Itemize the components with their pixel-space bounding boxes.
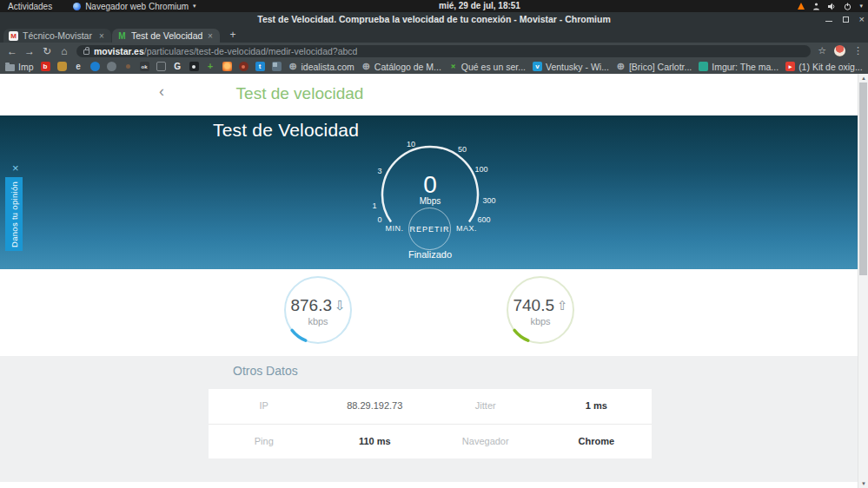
url-path: /particulares/test-de-velocidad/medir-ve… <box>144 46 358 56</box>
speedtest-hero: Test de Velocidad 0 1 3 10 50 100 300 60… <box>0 115 858 269</box>
b-favicon-icon: b <box>41 62 50 71</box>
bookmark-label: Imp <box>18 62 34 72</box>
activities-button[interactable]: Actividades <box>8 2 52 11</box>
folder-icon <box>5 64 15 71</box>
t-favicon-icon: t <box>255 62 265 71</box>
close-window-button[interactable]: × <box>859 12 865 27</box>
g-favicon-icon: G <box>173 62 182 71</box>
ping-label: Ping <box>209 425 320 458</box>
pinwheel-favicon-icon: + <box>206 62 215 71</box>
feedback-tab[interactable]: Danos tu opinión <box>5 177 23 251</box>
bookmark-folder-imp[interactable]: Imp <box>5 62 34 72</box>
bookmark-ventusky[interactable]: vVentusky - Wi... <box>533 62 609 72</box>
scroll-down-icon[interactable]: ▼ <box>858 479 868 488</box>
vlc-icon[interactable] <box>798 3 805 10</box>
url-text[interactable]: movistar.es/particulares/test-de-velocid… <box>94 46 358 56</box>
window-title: Test de Velocidad. Comprueba la velocida… <box>0 12 868 27</box>
bookmark-star-icon[interactable]: ☆ <box>818 45 826 56</box>
gauge-unit: Mbps <box>420 196 441 206</box>
tab-test-de-velocidad[interactable]: M Test de Velocidad. Compr × <box>112 29 220 43</box>
bookmark-favicon-b[interactable]: b <box>41 62 50 71</box>
back-icon[interactable]: ← <box>3 45 21 57</box>
bookmarks-bar: Imp b e ok G + t ⊕idealista.com ⊕Catálog… <box>0 59 868 74</box>
upload-result: 740.5⇧ kbps <box>501 271 580 349</box>
page-content: ‹ Test de velocidad Test de Velocidad 0 … <box>0 74 858 488</box>
download-unit: kbps <box>308 316 328 326</box>
system-bar: Actividades Navegador web Chromium ▾ mié… <box>0 0 868 12</box>
lock-icon[interactable] <box>83 49 89 55</box>
bookmark-favicon-rust[interactable] <box>239 62 248 71</box>
globe-favicon-icon <box>107 62 116 71</box>
download-value: 876.3 <box>290 296 332 315</box>
ping-value: 110 ms <box>320 425 431 458</box>
bookmark-favicon-g[interactable]: G <box>173 62 182 71</box>
reload-icon[interactable]: ↻ <box>38 45 56 57</box>
system-clock[interactable]: mié, 29 de jul, 18:51 <box>439 0 520 12</box>
gauge-scale-label: 300 <box>482 196 495 205</box>
feedback-close-icon[interactable]: × <box>12 162 19 175</box>
bookmark-favicon-dark[interactable] <box>189 62 199 71</box>
bookmark-favicon-rtve[interactable] <box>90 62 100 71</box>
bookmark-favicon-ok[interactable]: ok <box>140 62 149 71</box>
download-arrow-icon: ⇩ <box>335 298 346 313</box>
bookmark-favicon-e[interactable]: e <box>74 62 83 71</box>
tab-close-icon[interactable]: × <box>98 31 105 41</box>
power-icon[interactable] <box>844 3 851 10</box>
forward-icon[interactable]: → <box>21 45 38 57</box>
bookmark-youtube[interactable]: ▸(1) Kit de oxig... <box>785 62 863 72</box>
navegador-label: Navegador <box>430 425 541 458</box>
scrollbar-thumb[interactable] <box>859 82 867 275</box>
layers-favicon-icon <box>272 62 282 71</box>
scroll-up-icon[interactable]: ▲ <box>858 74 868 82</box>
bookmark-favicon-layers[interactable] <box>272 62 282 71</box>
other-data-table: IP 88.29.192.73 Jitter 1 ms Ping 110 ms … <box>209 389 652 458</box>
minimize-button[interactable] <box>825 21 832 22</box>
bookmark-favicon-blank[interactable] <box>156 62 166 71</box>
dark-favicon-icon <box>189 62 199 71</box>
jitter-value: 1 ms <box>541 389 653 424</box>
back-chevron-icon[interactable]: ‹ <box>159 82 164 101</box>
ip-label: IP <box>209 389 320 424</box>
bookmark-favicon-orange[interactable] <box>222 62 232 71</box>
page-header: ‹ Test de velocidad <box>0 74 858 115</box>
app-menu[interactable]: Navegador web Chromium ▾ <box>73 2 195 11</box>
bookmark-favicon-pinwheel[interactable]: + <box>206 62 215 71</box>
bookmark-label: (1) Kit de oxig... <box>798 62 863 72</box>
bookmark-brico[interactable]: ⊕[Brico] Carlotr... <box>616 62 692 72</box>
plant-icon: + <box>447 60 461 74</box>
tab-close-icon[interactable]: × <box>207 31 214 41</box>
bookmark-idealista[interactable]: ⊕idealista.com <box>288 62 354 72</box>
upload-value: 740.5 <box>513 296 554 315</box>
dot-favicon-icon <box>123 62 133 71</box>
home-icon[interactable]: ⌂ <box>56 45 73 57</box>
vertical-scrollbar[interactable]: ▲ ▼ <box>858 74 868 488</box>
gauge-scale-label: 50 <box>458 145 467 154</box>
tab-tecnico-movistar[interactable]: M Técnico-Movistar le ha me × <box>3 29 111 43</box>
bookmark-favicon-shield[interactable] <box>57 62 67 71</box>
tray-chevron-down-icon[interactable]: ▾ <box>859 3 863 10</box>
jitter-label: Jitter <box>430 389 541 424</box>
bookmark-label: [Brico] Carlotr... <box>629 62 692 72</box>
browser-menu-icon[interactable]: ⋮ <box>853 45 863 56</box>
bookmark-que-es[interactable]: +Qué es un ser... <box>448 62 526 72</box>
bookmark-favicon-dot[interactable] <box>123 62 133 71</box>
blank-favicon-icon <box>156 62 166 71</box>
bookmark-favicon-globe[interactable] <box>107 62 116 71</box>
shield-favicon-icon <box>57 62 67 71</box>
maximize-button[interactable] <box>843 16 849 23</box>
hero-title: Test de Velocidad <box>213 120 359 141</box>
results-section: 876.3⇩ kbps 740.5⇧ kbps <box>0 269 858 356</box>
navegador-value: Chrome <box>541 425 653 458</box>
repeat-test-button[interactable]: REPETIR <box>408 208 451 250</box>
volume-icon[interactable] <box>828 3 836 10</box>
bookmark-imgur[interactable]: Imgur: The ma... <box>699 62 779 72</box>
bookmark-catalogo[interactable]: ⊕Catálogo de M... <box>361 62 441 72</box>
gauge-scale-label: 600 <box>477 215 490 224</box>
network-icon[interactable] <box>812 3 820 10</box>
address-bar[interactable]: movistar.es/particulares/test-de-velocid… <box>76 45 811 57</box>
bookmark-favicon-t[interactable]: t <box>255 62 265 71</box>
new-tab-button[interactable]: + <box>226 29 240 43</box>
bookmark-label: Ventusky - Wi... <box>546 62 609 72</box>
ok-favicon-icon: ok <box>140 62 149 71</box>
profile-avatar[interactable] <box>834 45 845 56</box>
